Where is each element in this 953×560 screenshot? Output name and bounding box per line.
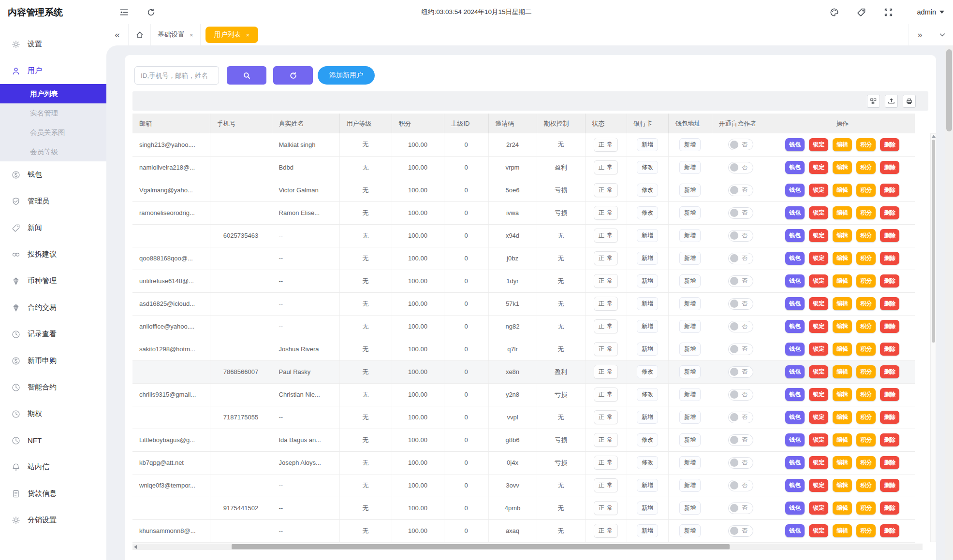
wallet-address-button[interactable]: 新增 bbox=[679, 297, 701, 310]
lock-action-button[interactable]: 锁定 bbox=[809, 343, 828, 356]
sidebar-item-feedback[interactable]: 投拆建议 bbox=[0, 241, 106, 268]
lock-action-button[interactable]: 锁定 bbox=[809, 184, 828, 197]
wallet-action-button[interactable]: 钱包 bbox=[785, 502, 805, 515]
edit-action-button[interactable]: 编辑 bbox=[833, 502, 852, 515]
delete-action-button[interactable]: 删除 bbox=[880, 274, 899, 287]
points-action-button[interactable]: 积分 bbox=[856, 433, 876, 446]
delete-action-button[interactable]: 删除 bbox=[880, 229, 899, 242]
lock-action-button[interactable]: 锁定 bbox=[809, 502, 828, 515]
close-tab-icon[interactable]: × bbox=[190, 31, 193, 39]
bank-card-button[interactable]: 新增 bbox=[637, 320, 658, 333]
lock-action-button[interactable]: 锁定 bbox=[809, 320, 828, 333]
bank-card-button[interactable]: 修改 bbox=[637, 388, 658, 401]
tab-basic-settings[interactable]: 基础设置× bbox=[151, 24, 201, 45]
export-icon[interactable] bbox=[885, 95, 898, 108]
bank-card-button[interactable]: 新增 bbox=[637, 343, 658, 356]
points-action-button[interactable]: 积分 bbox=[856, 184, 876, 197]
blindbox-toggle[interactable]: 否 bbox=[728, 321, 753, 332]
points-action-button[interactable]: 积分 bbox=[856, 206, 876, 219]
blindbox-toggle[interactable]: 否 bbox=[728, 434, 753, 446]
wallet-address-button[interactable]: 新增 bbox=[679, 456, 701, 469]
tabs-forward-icon[interactable]: » bbox=[909, 24, 931, 45]
search-button[interactable] bbox=[227, 66, 266, 85]
page-scroll-thumb[interactable] bbox=[946, 49, 952, 131]
wallet-address-button[interactable]: 新增 bbox=[679, 411, 701, 424]
lock-action-button[interactable]: 锁定 bbox=[809, 161, 828, 174]
points-action-button[interactable]: 积分 bbox=[856, 274, 876, 287]
blindbox-toggle[interactable]: 否 bbox=[728, 344, 753, 355]
sidebar-subitem-user-list[interactable]: 用户列表 bbox=[0, 84, 106, 103]
wallet-action-button[interactable]: 钱包 bbox=[785, 456, 805, 469]
delete-action-button[interactable]: 删除 bbox=[880, 411, 899, 424]
vertical-scroll-thumb[interactable] bbox=[932, 140, 935, 343]
blindbox-toggle[interactable]: 否 bbox=[728, 207, 753, 219]
edit-action-button[interactable]: 编辑 bbox=[833, 479, 852, 492]
points-action-button[interactable]: 积分 bbox=[856, 297, 876, 310]
delete-action-button[interactable]: 删除 bbox=[880, 161, 899, 174]
blindbox-toggle[interactable]: 否 bbox=[728, 253, 753, 264]
wallet-action-button[interactable]: 钱包 bbox=[785, 479, 805, 492]
sidebar-item-currency-mgmt[interactable]: 币种管理 bbox=[0, 268, 106, 294]
delete-action-button[interactable]: 删除 bbox=[880, 388, 899, 401]
print-icon[interactable] bbox=[903, 95, 916, 108]
palette-icon[interactable] bbox=[826, 4, 842, 20]
wallet-action-button[interactable]: 钱包 bbox=[785, 388, 805, 401]
wallet-address-button[interactable]: 新增 bbox=[679, 388, 701, 401]
points-action-button[interactable]: 积分 bbox=[856, 343, 876, 356]
sidebar-item-options[interactable]: 期权 bbox=[0, 401, 106, 427]
horizontal-scroll-thumb[interactable] bbox=[232, 544, 730, 549]
menu-fold-icon[interactable] bbox=[116, 4, 132, 20]
sidebar-item-distribution[interactable]: 分销设置 bbox=[0, 507, 106, 533]
sidebar-item-loan-info[interactable]: 贷款信息 bbox=[0, 480, 106, 507]
edit-action-button[interactable]: 编辑 bbox=[833, 138, 852, 151]
blindbox-toggle[interactable]: 否 bbox=[728, 366, 753, 378]
edit-action-button[interactable]: 编辑 bbox=[833, 433, 852, 446]
blindbox-toggle[interactable]: 否 bbox=[728, 298, 753, 310]
wallet-action-button[interactable]: 钱包 bbox=[785, 524, 805, 537]
lock-action-button[interactable]: 锁定 bbox=[809, 252, 828, 265]
wallet-action-button[interactable]: 钱包 bbox=[785, 274, 805, 287]
refresh-list-button[interactable] bbox=[273, 66, 313, 85]
wallet-action-button[interactable]: 钱包 bbox=[785, 320, 805, 333]
wallet-action-button[interactable]: 钱包 bbox=[785, 161, 805, 174]
lock-action-button[interactable]: 锁定 bbox=[809, 229, 828, 242]
wallet-address-button[interactable]: 新增 bbox=[679, 320, 701, 333]
sidebar-subitem-real-name[interactable]: 实名管理 bbox=[0, 103, 106, 123]
points-action-button[interactable]: 积分 bbox=[856, 479, 876, 492]
tabs-menu-chevron-icon[interactable] bbox=[931, 24, 953, 45]
wallet-address-button[interactable]: 新增 bbox=[679, 184, 701, 197]
edit-action-button[interactable]: 编辑 bbox=[833, 184, 852, 197]
bank-card-button[interactable]: 新增 bbox=[637, 138, 658, 151]
edit-action-button[interactable]: 编辑 bbox=[833, 297, 852, 310]
blindbox-toggle[interactable]: 否 bbox=[728, 230, 753, 242]
close-tab-icon[interactable]: × bbox=[246, 31, 250, 39]
points-action-button[interactable]: 积分 bbox=[856, 365, 876, 378]
delete-action-button[interactable]: 删除 bbox=[880, 138, 899, 151]
points-action-button[interactable]: 积分 bbox=[856, 388, 876, 401]
wallet-address-button[interactable]: 新增 bbox=[679, 433, 701, 446]
wallet-action-button[interactable]: 钱包 bbox=[785, 138, 805, 151]
points-action-button[interactable]: 积分 bbox=[856, 524, 876, 537]
wallet-action-button[interactable]: 钱包 bbox=[785, 229, 805, 242]
edit-action-button[interactable]: 编辑 bbox=[833, 206, 852, 219]
points-action-button[interactable]: 积分 bbox=[856, 320, 876, 333]
lock-action-button[interactable]: 锁定 bbox=[809, 365, 828, 378]
lock-action-button[interactable]: 锁定 bbox=[809, 479, 828, 492]
scroll-up-arrow-icon[interactable] bbox=[932, 135, 936, 138]
wallet-action-button[interactable]: 钱包 bbox=[785, 297, 805, 310]
sidebar-item-admin[interactable]: 管理员 bbox=[0, 188, 106, 215]
tag-icon[interactable] bbox=[853, 4, 869, 20]
bank-card-button[interactable]: 新增 bbox=[637, 524, 658, 537]
edit-action-button[interactable]: 编辑 bbox=[833, 411, 852, 424]
delete-action-button[interactable]: 删除 bbox=[880, 297, 899, 310]
sidebar-item-users[interactable]: 用户 bbox=[0, 57, 106, 84]
delete-action-button[interactable]: 删除 bbox=[880, 479, 899, 492]
wallet-action-button[interactable]: 钱包 bbox=[785, 184, 805, 197]
wallet-address-button[interactable]: 新增 bbox=[679, 206, 701, 219]
bank-card-button[interactable]: 修改 bbox=[637, 206, 658, 219]
blindbox-toggle[interactable]: 否 bbox=[728, 480, 753, 491]
lock-action-button[interactable]: 锁定 bbox=[809, 433, 828, 446]
wallet-address-button[interactable]: 新增 bbox=[679, 274, 701, 287]
columns-icon[interactable] bbox=[867, 95, 880, 108]
edit-action-button[interactable]: 编辑 bbox=[833, 252, 852, 265]
